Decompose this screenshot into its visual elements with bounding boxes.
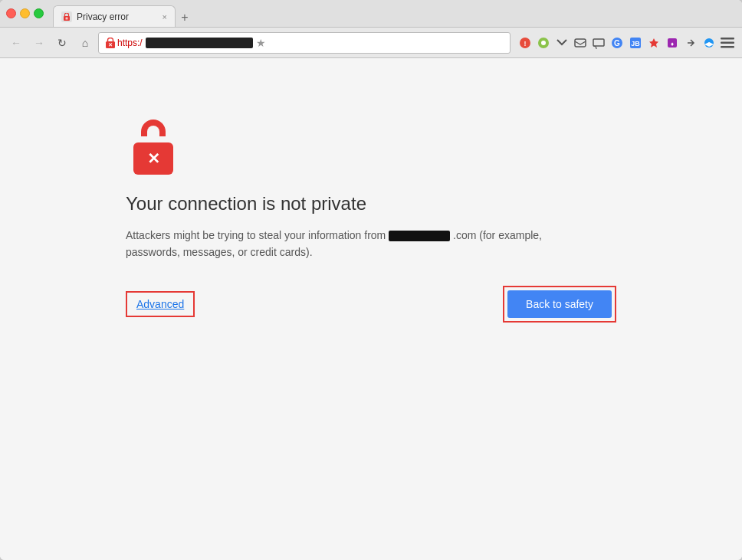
svg-text:♦: ♦ — [671, 40, 674, 47]
svg-text:!: ! — [524, 40, 527, 47]
advanced-button[interactable]: Advanced — [136, 298, 184, 310]
active-tab[interactable]: Privacy error × — [53, 5, 176, 27]
toolbar-icon-6[interactable]: JB — [627, 34, 644, 51]
svg-rect-20 — [721, 46, 734, 48]
error-description: Attackers might be trying to steal your … — [126, 227, 555, 261]
tab-bar: Privacy error × + — [53, 0, 736, 27]
bookmark-star-icon[interactable]: ★ — [256, 37, 266, 49]
lock-shackle — [141, 120, 166, 136]
lock-body: ✕ — [133, 142, 173, 175]
nav-bar: ← → ↻ ⌂ ✕ https:/ ★ ! — [0, 28, 742, 58]
svg-rect-8 — [575, 39, 586, 47]
title-bar: Privacy error × + — [0, 0, 742, 28]
toolbar-icon-10[interactable]: ◀▶ — [701, 34, 717, 51]
minimize-window-button[interactable] — [20, 8, 30, 18]
close-window-button[interactable] — [6, 8, 16, 18]
home-button[interactable]: ⌂ — [75, 33, 95, 53]
toolbar-icon-7[interactable] — [645, 34, 662, 51]
svg-text:JB: JB — [631, 40, 640, 47]
home-icon: ⌂ — [82, 37, 88, 49]
toolbar-icon-5[interactable]: G — [609, 34, 625, 51]
new-tab-button[interactable]: + — [176, 8, 194, 27]
back-button[interactable]: ← — [6, 33, 26, 53]
toolbar-icon-3[interactable] — [553, 34, 570, 51]
toolbar-icons: ! G JB ♦ — [517, 34, 736, 51]
advanced-button-wrapper: Advanced — [126, 291, 195, 317]
error-description-prefix: Attackers might be trying to steal your … — [126, 229, 386, 241]
buttons-row: Advanced Back to safety — [110, 286, 632, 323]
toolbar-icon-cast[interactable] — [590, 34, 607, 51]
privacy-error-lock-icon: ✕ — [126, 120, 181, 175]
error-page: ✕ Your connection is not private Attacke… — [0, 58, 742, 560]
url-redacted — [146, 38, 253, 48]
maximize-window-button[interactable] — [34, 8, 44, 18]
reload-icon: ↻ — [57, 37, 67, 49]
lock-icon-container: ✕ — [126, 120, 181, 175]
traffic-lights — [6, 8, 44, 18]
toolbar-icon-9[interactable] — [682, 34, 699, 51]
security-warning-icon: ✕ https:/ — [105, 38, 143, 48]
svg-text:G: G — [614, 39, 620, 47]
svg-rect-1 — [66, 17, 68, 19]
svg-text:✕: ✕ — [108, 42, 113, 47]
menu-button[interactable] — [719, 34, 736, 51]
svg-point-7 — [541, 41, 546, 45]
error-title: Your connection is not private — [126, 193, 366, 215]
svg-rect-9 — [593, 39, 604, 46]
forward-button[interactable]: → — [29, 33, 49, 53]
svg-text:◀▶: ◀▶ — [704, 40, 714, 47]
tab-favicon — [61, 11, 72, 22]
domain-redacted — [389, 231, 450, 241]
svg-rect-18 — [721, 38, 734, 40]
back-icon: ← — [11, 37, 21, 49]
toolbar-icon-2[interactable] — [535, 34, 552, 51]
toolbar-icon-1[interactable]: ! — [517, 34, 534, 51]
address-bar[interactable]: ✕ https:/ ★ — [98, 32, 511, 54]
back-to-safety-button[interactable]: Back to safety — [507, 290, 612, 318]
reload-button[interactable]: ↻ — [52, 33, 72, 53]
tab-close-button[interactable]: × — [163, 12, 167, 21]
tab-title: Privacy error — [77, 11, 129, 22]
toolbar-icon-8[interactable]: ♦ — [664, 34, 681, 51]
lock-x-mark: ✕ — [147, 151, 160, 166]
svg-rect-19 — [721, 41, 734, 44]
error-container: ✕ Your connection is not private Attacke… — [110, 120, 632, 323]
back-to-safety-wrapper: Back to safety — [503, 286, 616, 323]
toolbar-icon-4[interactable] — [572, 34, 589, 51]
forward-icon: → — [34, 37, 44, 49]
browser-window: Privacy error × + ← → ↻ ⌂ ✕ h — [0, 0, 742, 560]
